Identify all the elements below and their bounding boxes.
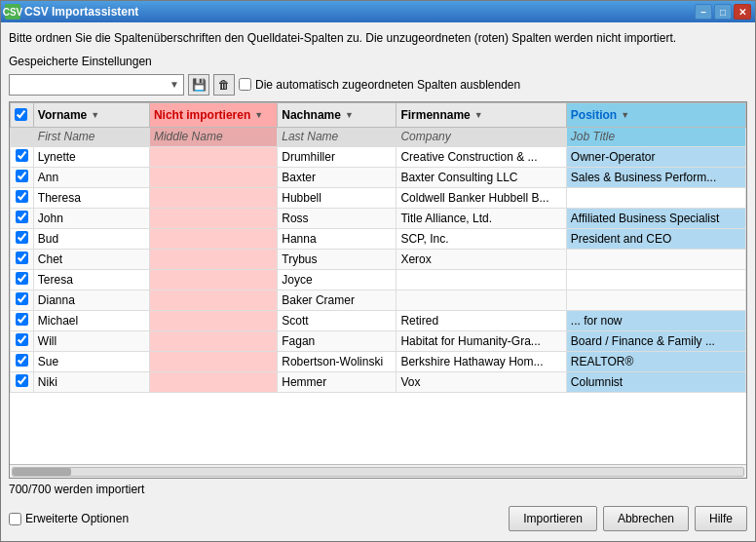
row-firma bbox=[397, 269, 566, 290]
row-nicht bbox=[149, 310, 277, 330]
row-firma: Vox bbox=[397, 371, 566, 392]
description-text: Bitte ordnen Sie die Spaltenüberschrifte… bbox=[9, 30, 747, 47]
table-header-row: Vorname ▼ Nicht importieren ▼ bbox=[11, 102, 746, 127]
col-check-header bbox=[11, 102, 34, 127]
row-position: President and CEO bbox=[566, 228, 745, 249]
row-position bbox=[566, 187, 745, 208]
row-position: Columnist bbox=[566, 371, 745, 392]
save-settings-button[interactable]: 💾 bbox=[188, 74, 209, 96]
row-nicht bbox=[149, 269, 277, 290]
row-firma bbox=[397, 290, 566, 310]
settings-dropdown[interactable]: ▼ bbox=[9, 74, 184, 96]
col-nicht-dropdown[interactable]: ▼ bbox=[254, 110, 263, 120]
col-position-header: Position ▼ bbox=[566, 102, 745, 127]
table-source-header-row: First Name Middle Name Last Name Company… bbox=[11, 127, 746, 146]
row-vorname: Niki bbox=[33, 371, 149, 392]
select-all-checkbox[interactable] bbox=[15, 108, 27, 121]
row-vorname: Michael bbox=[33, 310, 149, 330]
row-checkbox[interactable] bbox=[16, 211, 28, 223]
minimize-button[interactable]: – bbox=[695, 4, 712, 19]
row-checkbox[interactable] bbox=[16, 231, 28, 244]
row-nachname: Trybus bbox=[278, 249, 397, 269]
row-vorname: Bud bbox=[33, 228, 149, 249]
row-checkbox[interactable] bbox=[16, 252, 28, 264]
scrollbar-thumb[interactable] bbox=[13, 468, 71, 476]
row-position: Board / Finance & Family ... bbox=[566, 330, 745, 351]
row-checkbox[interactable] bbox=[16, 272, 28, 285]
row-checkbox-cell bbox=[11, 310, 34, 330]
delete-settings-button[interactable]: 🗑 bbox=[213, 74, 235, 96]
row-position: Affiliated Business Specialist bbox=[566, 208, 745, 228]
expand-options-text: Erweiterte Optionen bbox=[25, 512, 129, 525]
col-vorname-dropdown[interactable]: ▼ bbox=[91, 110, 99, 120]
row-nicht bbox=[149, 249, 277, 269]
source-firstname-cell: First Name bbox=[33, 127, 149, 146]
row-checkbox-cell bbox=[11, 290, 34, 310]
row-checkbox[interactable] bbox=[16, 190, 28, 203]
row-nicht bbox=[149, 146, 277, 167]
main-window: CSV CSV Importassistent – □ ✕ Bitte ordn… bbox=[0, 0, 756, 542]
col-nicht-label: Nicht importieren bbox=[154, 108, 250, 122]
row-checkbox[interactable] bbox=[16, 149, 28, 162]
col-firma-dropdown[interactable]: ▼ bbox=[474, 110, 483, 120]
hide-auto-columns-label: Die automatisch zugeordneten Spalten aus… bbox=[255, 78, 520, 92]
maximize-button[interactable]: □ bbox=[714, 4, 732, 19]
row-checkbox-cell bbox=[11, 228, 34, 249]
settings-row: Gespeicherte Einstellungen bbox=[9, 55, 747, 68]
row-checkbox[interactable] bbox=[16, 333, 28, 346]
row-nachname: Joyce bbox=[278, 269, 397, 290]
table-row: TheresaHubbellColdwell Banker Hubbell B.… bbox=[11, 187, 746, 208]
row-nachname: Hanna bbox=[278, 228, 397, 249]
row-nachname: Robertson-Wolinski bbox=[278, 351, 397, 371]
row-position bbox=[566, 290, 745, 310]
row-checkbox-cell bbox=[11, 167, 34, 187]
col-nachname-header: Nachname ▼ bbox=[278, 102, 397, 127]
source-middlename-cell: Middle Name bbox=[149, 127, 277, 146]
import-table: Vorname ▼ Nicht importieren ▼ bbox=[10, 102, 746, 393]
row-position: REALTOR® bbox=[566, 351, 745, 371]
row-vorname: John bbox=[33, 208, 149, 228]
col-nachname-label: Nachname bbox=[282, 108, 341, 122]
hide-auto-columns-input[interactable] bbox=[239, 78, 251, 91]
source-jobtitle-cell: Job Title bbox=[566, 127, 745, 146]
row-firma: Title Alliance, Ltd. bbox=[397, 208, 566, 228]
expand-options-checkbox[interactable] bbox=[9, 513, 21, 525]
status-bar: 700/700 werden importiert bbox=[9, 479, 747, 500]
row-checkbox-cell bbox=[11, 187, 34, 208]
row-nicht bbox=[149, 167, 277, 187]
row-checkbox[interactable] bbox=[16, 170, 28, 182]
col-position-dropdown[interactable]: ▼ bbox=[621, 110, 629, 120]
row-checkbox-cell bbox=[11, 371, 34, 392]
expand-options-label[interactable]: Erweiterte Optionen bbox=[9, 512, 129, 525]
row-vorname: Lynette bbox=[33, 146, 149, 167]
col-vorname-header: Vorname ▼ bbox=[33, 102, 149, 127]
row-position: Owner-Operator bbox=[566, 146, 745, 167]
import-status: 700/700 werden importiert bbox=[9, 483, 144, 496]
col-firma-header: Firmenname ▼ bbox=[397, 102, 566, 127]
row-firma: SCP, Inc. bbox=[397, 228, 566, 249]
col-vorname-label: Vorname bbox=[38, 108, 87, 122]
horizontal-scrollbar[interactable] bbox=[12, 467, 744, 477]
cancel-button[interactable]: Abbrechen bbox=[603, 506, 689, 531]
row-checkbox-cell bbox=[11, 208, 34, 228]
table-row: DiannaBaker Cramer bbox=[11, 290, 746, 310]
row-checkbox[interactable] bbox=[16, 354, 28, 367]
row-checkbox[interactable] bbox=[16, 292, 28, 305]
source-check-cell bbox=[11, 127, 34, 146]
col-nachname-dropdown[interactable]: ▼ bbox=[345, 110, 354, 120]
row-checkbox[interactable] bbox=[16, 374, 28, 387]
row-checkbox[interactable] bbox=[16, 313, 28, 326]
close-button[interactable]: ✕ bbox=[734, 4, 751, 19]
row-position: ... for now bbox=[566, 310, 745, 330]
table-row: TeresaJoyce bbox=[11, 269, 746, 290]
horizontal-scrollbar-area bbox=[10, 464, 746, 478]
import-button[interactable]: Importieren bbox=[509, 506, 597, 531]
table-wrapper[interactable]: Vorname ▼ Nicht importieren ▼ bbox=[10, 102, 746, 464]
table-row: LynetteDrumhillerCreative Construction &… bbox=[11, 146, 746, 167]
help-button[interactable]: Hilfe bbox=[695, 506, 747, 531]
row-vorname: Ann bbox=[33, 167, 149, 187]
row-vorname: Sue bbox=[33, 351, 149, 371]
row-checkbox-cell bbox=[11, 146, 34, 167]
row-position: Sales & Business Perform... bbox=[566, 167, 745, 187]
hide-auto-columns-checkbox[interactable]: Die automatisch zugeordneten Spalten aus… bbox=[239, 78, 520, 92]
